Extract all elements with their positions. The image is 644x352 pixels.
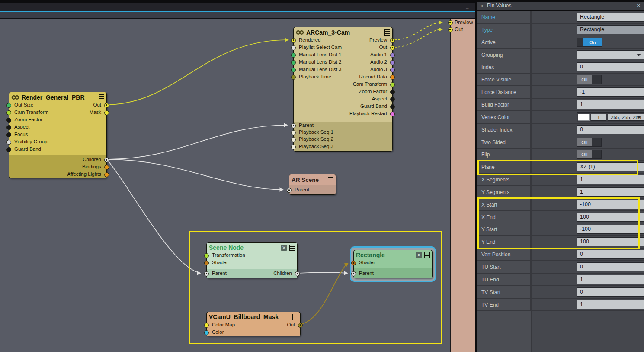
node-header[interactable]: ARCam_3-Cam bbox=[294, 27, 392, 38]
node-arcam-3-cam[interactable]: ARCam_3-CamRenderedPlaylist Select CamMa… bbox=[293, 27, 393, 152]
index-field[interactable]: 0 bbox=[577, 62, 644, 71]
pin-zoom-factor[interactable] bbox=[6, 118, 11, 123]
pin-color-map[interactable] bbox=[204, 323, 209, 328]
close-node-icon[interactable]: ✕ bbox=[416, 252, 422, 258]
pin-focus[interactable] bbox=[6, 132, 11, 137]
pin-manual-lens-dist-1[interactable] bbox=[291, 53, 296, 58]
collapse-icon[interactable]: ▸▸ bbox=[481, 4, 484, 8]
pin-transformation[interactable] bbox=[204, 253, 209, 258]
build-factor-field[interactable]: 1 bbox=[577, 100, 644, 109]
pin-shader[interactable] bbox=[204, 261, 209, 265]
dropdown-arrow-icon[interactable] bbox=[637, 54, 641, 56]
pin-playback-time[interactable] bbox=[291, 75, 296, 80]
tu-end-field[interactable]: 1 bbox=[577, 275, 644, 284]
color-swatch[interactable] bbox=[578, 114, 590, 121]
name-field[interactable]: Rectangle bbox=[577, 13, 644, 22]
toggle-knob bbox=[577, 38, 583, 46]
pin-shader[interactable] bbox=[351, 261, 356, 265]
color-alpha-field[interactable]: 1 bbox=[591, 114, 606, 121]
pin-out[interactable] bbox=[298, 323, 303, 328]
pin-bindings[interactable] bbox=[104, 165, 109, 170]
node-header[interactable]: VCamU_Billboard_Mask bbox=[207, 312, 300, 322]
x-start-field[interactable]: -100 bbox=[577, 200, 644, 209]
pin-guard-band[interactable] bbox=[6, 147, 11, 152]
pin-color[interactable] bbox=[204, 330, 209, 335]
pin-audio-2[interactable] bbox=[390, 60, 395, 65]
pin-out[interactable] bbox=[390, 45, 395, 50]
close-icon[interactable]: ✕ bbox=[637, 3, 641, 9]
pin-guard-band[interactable] bbox=[390, 104, 395, 109]
pin-children[interactable] bbox=[295, 271, 300, 276]
node-menu-icon[interactable] bbox=[99, 94, 104, 100]
pin-aspect[interactable] bbox=[6, 125, 11, 130]
pin-preview[interactable] bbox=[390, 38, 395, 43]
pin-audio-1[interactable] bbox=[390, 53, 395, 58]
x-end-field[interactable]: 100 bbox=[577, 213, 644, 222]
force-visible-toggle[interactable]: Off bbox=[577, 75, 602, 84]
pin-audio-3[interactable] bbox=[390, 68, 395, 72]
pin-playlist-select-cam[interactable] bbox=[291, 45, 296, 50]
pin-label: Color bbox=[212, 329, 224, 336]
pin-affecting-lights[interactable] bbox=[104, 172, 109, 177]
pin-visibility-group[interactable] bbox=[6, 140, 11, 145]
node-header[interactable]: Scene Node✕ bbox=[207, 243, 297, 252]
node-menu-icon[interactable] bbox=[292, 314, 298, 320]
pin-rendered[interactable] bbox=[291, 38, 296, 43]
node-scene-node[interactable]: Scene Node✕TransformationShaderParentChi… bbox=[206, 242, 298, 278]
pin-parent[interactable] bbox=[291, 123, 296, 128]
pin-playback-seq-1[interactable] bbox=[291, 130, 296, 135]
vertex-color-control[interactable]: 1255, 255, 255... bbox=[577, 112, 644, 122]
pin-cam-transform[interactable] bbox=[390, 82, 395, 87]
pin-playback-seq-3[interactable] bbox=[291, 145, 296, 149]
x-segments-field[interactable]: 1 bbox=[577, 175, 644, 184]
node-menu-icon[interactable] bbox=[328, 177, 333, 183]
plane-dropdown[interactable]: XZ (1) bbox=[577, 162, 644, 171]
tv-end-field[interactable]: 1 bbox=[577, 300, 644, 309]
pin-manual-lens-dist-2[interactable] bbox=[291, 60, 296, 65]
node-menu-icon[interactable] bbox=[289, 245, 295, 251]
external-output-pin-out[interactable] bbox=[448, 27, 453, 32]
pin-children[interactable] bbox=[104, 158, 109, 162]
node-render-general-pbr[interactable]: Render_General_PBROut SizeCam TransformZ… bbox=[9, 92, 107, 178]
node-header[interactable]: Render_General_PBR bbox=[9, 92, 106, 103]
node-menu-icon[interactable] bbox=[424, 252, 430, 258]
pin-parent[interactable] bbox=[287, 188, 292, 193]
tu-start-field[interactable]: 0 bbox=[577, 262, 644, 271]
pin-aspect[interactable] bbox=[390, 97, 395, 102]
external-output-pin-preview[interactable] bbox=[448, 20, 453, 25]
pin-parent[interactable] bbox=[204, 271, 209, 276]
pin-out-size[interactable] bbox=[6, 103, 11, 108]
toggle-on-label: On bbox=[583, 38, 602, 46]
y-start-field[interactable]: -100 bbox=[577, 225, 644, 234]
node-rectangle[interactable]: Rectangle✕ShaderParent bbox=[353, 250, 433, 278]
force-distance-field[interactable]: -1 bbox=[577, 87, 644, 97]
panel-row-tu-end: TU End1 bbox=[477, 274, 644, 286]
node-ar-scene[interactable]: AR SceneParent bbox=[289, 174, 336, 195]
node-menu-icon[interactable] bbox=[384, 29, 390, 36]
close-node-icon[interactable]: ✕ bbox=[281, 245, 287, 251]
flip-toggle[interactable]: Off bbox=[577, 150, 602, 159]
grouping-field[interactable] bbox=[577, 50, 644, 59]
pin-mask[interactable] bbox=[104, 110, 109, 115]
node-header[interactable]: AR Scene bbox=[289, 174, 336, 185]
y-end-field[interactable]: 100 bbox=[577, 237, 644, 246]
pin-playback-seq-2[interactable] bbox=[291, 137, 296, 142]
pin-cam-transform[interactable] bbox=[6, 110, 11, 115]
pin-record-data[interactable] bbox=[390, 75, 395, 80]
pin-playback-restart[interactable] bbox=[390, 112, 395, 116]
node-vcamu-billboard-mask[interactable]: VCamU_Billboard_MaskColor MapColorOut bbox=[206, 312, 301, 336]
pin-parent[interactable] bbox=[351, 271, 356, 276]
two-sided-toggle[interactable]: Off bbox=[577, 138, 602, 147]
panel-titlebar[interactable]: ▸▸ Pin Values ✕ bbox=[477, 2, 644, 10]
vert-position-field[interactable]: 0 bbox=[577, 250, 644, 259]
dropdown-arrow-icon[interactable] bbox=[637, 116, 641, 119]
y-segments-field[interactable]: 1 bbox=[577, 187, 644, 197]
shader-index-field[interactable]: 0 bbox=[577, 125, 644, 134]
tv-start-field[interactable]: 0 bbox=[577, 287, 644, 297]
pin-zoom-factor[interactable] bbox=[390, 90, 395, 94]
active-toggle[interactable]: On bbox=[577, 38, 602, 47]
pin-manual-lens-dist-3[interactable] bbox=[291, 68, 296, 72]
menu-icon[interactable]: ≡ bbox=[465, 4, 469, 10]
pin-out[interactable] bbox=[104, 103, 109, 108]
node-header[interactable]: Rectangle✕ bbox=[354, 250, 432, 259]
